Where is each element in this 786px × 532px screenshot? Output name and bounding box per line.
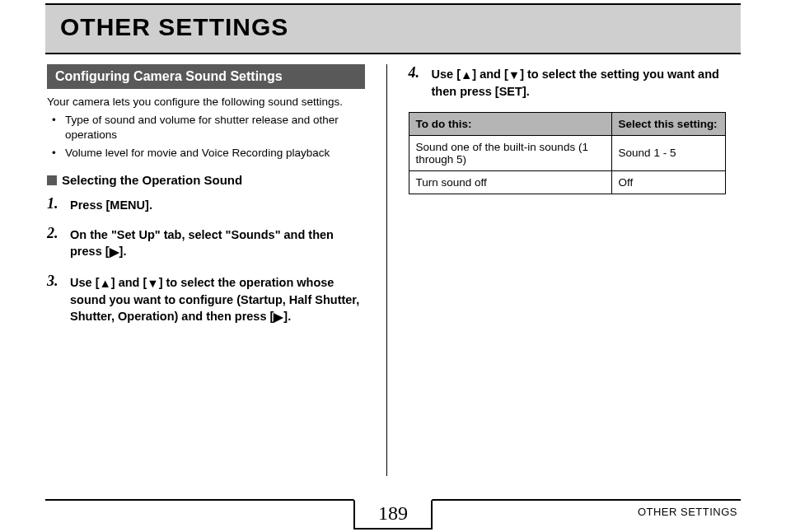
step-text: ] and [: [111, 276, 147, 289]
step-body: Press [MENU].: [70, 195, 152, 213]
triangle-down-icon: ▼: [147, 275, 158, 292]
table-cell: Sound 1 - 5: [611, 135, 725, 170]
step-text: Use [: [432, 68, 461, 81]
step-3: 3. Use [▲] and [▼] to select the operati…: [47, 273, 365, 326]
table-header-row: To do this: Select this setting:: [409, 112, 726, 135]
left-column: Configuring Camera Sound Settings Your c…: [45, 64, 386, 476]
intro-text: Your camera lets you configure the follo…: [47, 96, 365, 108]
step-body: Use [▲] and [▼] to select the setting yo…: [432, 64, 727, 100]
step-number: 2.: [47, 225, 63, 261]
step-1: 1. Press [MENU].: [47, 195, 365, 213]
table-cell: Turn sound off: [409, 170, 611, 194]
step-2: 2. On the "Set Up" tab, select "Sounds" …: [47, 225, 365, 261]
step-text: Use [: [70, 276, 99, 289]
step-text: ].: [119, 245, 127, 258]
table-cell: Sound one of the built-in sounds (1 thro…: [409, 135, 611, 170]
subheading: Selecting the Operation Sound: [47, 173, 365, 187]
triangle-up-icon: ▲: [461, 67, 472, 83]
step-body: Use [▲] and [▼] to select the operation …: [70, 273, 365, 326]
square-bullet-icon: [47, 175, 57, 185]
step-text: ] and [: [472, 68, 508, 81]
bullet-list: Type of sound and volume for shutter rel…: [47, 113, 365, 161]
subheading-text: Selecting the Operation Sound: [62, 173, 242, 187]
table-header-cell: To do this:: [409, 112, 611, 135]
step-text: ].: [283, 310, 291, 323]
step-number: 3.: [47, 273, 63, 326]
table-header-cell: Select this setting:: [611, 112, 725, 135]
triangle-right-icon: ▶: [274, 309, 283, 325]
page-title: OTHER SETTINGS: [60, 13, 726, 41]
page-number: 189: [353, 499, 433, 530]
step-number: 4.: [409, 64, 425, 100]
title-bar: OTHER SETTINGS: [45, 3, 741, 54]
footer-label: OTHER SETTINGS: [638, 506, 737, 518]
right-column: 4. Use [▲] and [▼] to select the setting…: [386, 64, 742, 476]
footer: 189 OTHER SETTINGS: [45, 499, 741, 529]
step-body: On the "Set Up" tab, select "Sounds" and…: [70, 225, 365, 261]
list-item: Volume level for movie and Voice Recordi…: [60, 146, 365, 161]
section-header: Configuring Camera Sound Settings: [47, 64, 365, 89]
triangle-down-icon: ▼: [508, 67, 520, 83]
table-row: Turn sound off Off: [409, 170, 726, 194]
triangle-right-icon: ▶: [110, 244, 119, 260]
settings-table: To do this: Select this setting: Sound o…: [409, 112, 727, 194]
list-item: Type of sound and volume for shutter rel…: [60, 113, 365, 142]
table-row: Sound one of the built-in sounds (1 thro…: [409, 135, 726, 170]
table-cell: Off: [611, 170, 725, 194]
triangle-up-icon: ▲: [99, 275, 110, 292]
content-area: Configuring Camera Sound Settings Your c…: [45, 64, 741, 476]
step-4: 4. Use [▲] and [▼] to select the setting…: [409, 64, 727, 100]
step-number: 1.: [47, 195, 63, 213]
